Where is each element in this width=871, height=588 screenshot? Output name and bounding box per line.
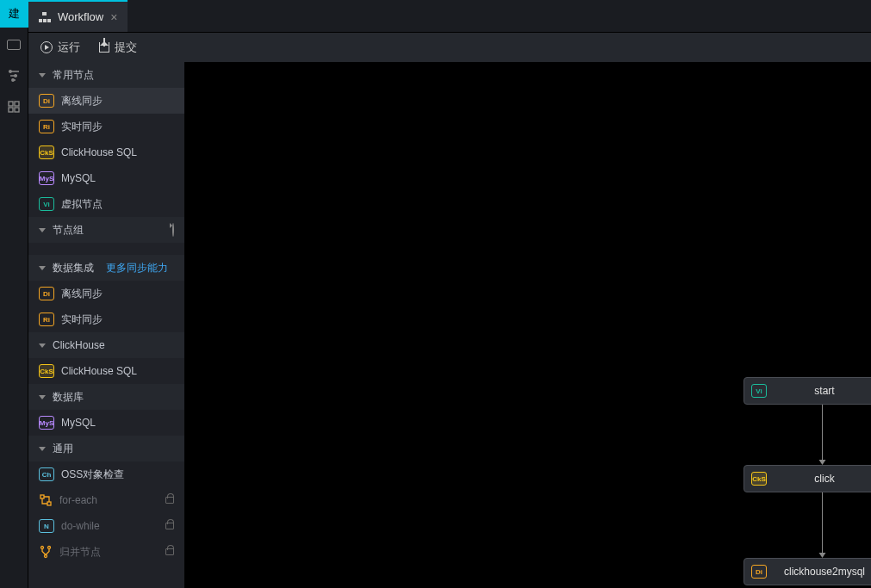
sidebar-item[interactable]: Vi虚拟节点: [28, 191, 184, 217]
svg-rect-4: [15, 102, 19, 106]
lock-icon: [165, 523, 174, 529]
node-badge-mys: MyS: [39, 416, 54, 430]
sidebar-item-label: 归并节点: [59, 545, 101, 560]
node-badge-vi: Vi: [39, 197, 54, 211]
tab-label: Workflow: [58, 10, 103, 23]
group-label: 常用节点: [53, 68, 94, 83]
submit-label: 提交: [115, 40, 137, 55]
flow-node-start[interactable]: Vistart: [743, 377, 871, 405]
sidebar-item[interactable]: 归并节点: [28, 539, 184, 565]
filter-icon[interactable]: [0, 62, 28, 90]
sidebar-item-label: MySQL: [61, 417, 96, 429]
sidebar-item-label: do-while: [61, 520, 100, 532]
group-header-common[interactable]: 常用节点: [28, 62, 184, 88]
left-strip: 建: [0, 0, 28, 588]
sidebar-item[interactable]: Di离线同步: [28, 88, 184, 114]
chevron-down-icon: [39, 344, 46, 348]
node-badge-ri: Ri: [39, 313, 54, 326]
node-badge-di: Di: [39, 94, 54, 108]
toolbar: 运行 提交: [28, 33, 871, 62]
node-sidebar: 常用节点Di离线同步Ri实时同步CkSClickHouse SQLMySMySQ…: [28, 62, 184, 588]
node-badge-cks: CkS: [39, 364, 54, 378]
sidebar-item[interactable]: CkSClickHouse SQL: [28, 358, 184, 384]
sidebar-item-label: MySQL: [61, 172, 96, 184]
flow-node-label: click: [756, 473, 871, 485]
chevron-down-icon: [39, 228, 46, 232]
refresh-icon[interactable]: [172, 224, 174, 236]
play-icon: [40, 41, 53, 53]
flow-node-label: clickhouse2mysql: [756, 566, 871, 578]
node-badge-ch: Ch: [39, 467, 54, 481]
group-label: 节点组: [53, 223, 84, 238]
group-label: 通用: [53, 442, 73, 456]
list-icon[interactable]: [0, 31, 28, 59]
sidebar-item-label: for-each: [59, 494, 97, 506]
node-badge-cks: CkS: [39, 145, 54, 159]
sidebar-item-label: 离线同步: [61, 94, 103, 108]
node-badge-di: Di: [39, 287, 54, 300]
svg-point-10: [48, 547, 51, 549]
chevron-down-icon: [39, 73, 46, 77]
group-label: 数据库: [53, 390, 84, 405]
grid-icon[interactable]: [0, 93, 28, 121]
svg-rect-3: [9, 102, 13, 106]
node-badge-n: N: [39, 519, 54, 533]
upload-icon: [99, 42, 109, 53]
sidebar-item[interactable]: Di离线同步: [28, 281, 184, 306]
edge-arrow-icon: [819, 553, 826, 558]
flow-node-click[interactable]: CkSclick: [743, 465, 871, 492]
node-badge-ri: Ri: [39, 120, 54, 133]
group-header-database[interactable]: 数据库: [28, 384, 184, 410]
sidebar-item[interactable]: Ri实时同步: [28, 114, 184, 139]
sidebar-item-label: ClickHouse SQL: [61, 365, 137, 377]
svg-rect-8: [47, 502, 51, 505]
node-badge-mys: MyS: [39, 171, 54, 185]
lock-icon: [165, 497, 174, 504]
sidebar-item-label: 离线同步: [61, 287, 103, 301]
group-header-dataint[interactable]: 数据集成更多同步能力: [28, 255, 184, 281]
lock-icon: [165, 548, 174, 555]
submit-button[interactable]: 提交: [99, 40, 137, 55]
sidebar-item[interactable]: CkSClickHouse SQL: [28, 139, 184, 165]
sidebar-item[interactable]: Ri实时同步: [28, 306, 184, 332]
chevron-down-icon: [39, 266, 46, 270]
sidebar-item[interactable]: MySMySQL: [28, 410, 184, 436]
flow-node-label: start: [756, 385, 871, 397]
merge-icon: [39, 545, 53, 559]
tab-workflow[interactable]: Workflow ×: [28, 0, 128, 32]
edge-line: [822, 492, 823, 554]
group-label: ClickHouse: [53, 339, 105, 351]
group-label: 数据集成: [53, 261, 94, 275]
group-header-general[interactable]: 通用: [28, 436, 184, 461]
foreach-icon: [39, 493, 53, 507]
edge-arrow-icon: [819, 460, 826, 465]
tab-bar: Workflow ×: [28, 0, 871, 33]
sidebar-item-label: ClickHouse SQL: [61, 146, 137, 158]
sidebar-item-label: 虚拟节点: [61, 197, 103, 212]
sidebar-item[interactable]: MySMySQL: [28, 165, 184, 191]
edge-line: [822, 405, 823, 461]
sidebar-item[interactable]: Ndo-while: [28, 513, 184, 539]
workflow-canvas[interactable]: VistartCkSclickDiclickhouse2mysql: [184, 62, 871, 588]
svg-rect-6: [15, 108, 19, 112]
svg-rect-7: [40, 495, 44, 498]
sidebar-item[interactable]: for-each: [28, 487, 184, 513]
group-link[interactable]: 更多同步能力: [106, 261, 168, 275]
sitemap-icon: [39, 12, 51, 22]
sidebar-item-label: 实时同步: [61, 313, 103, 327]
run-label: 运行: [58, 40, 80, 55]
svg-rect-5: [9, 108, 13, 112]
sidebar-item-label: 实时同步: [61, 120, 103, 134]
sidebar-item[interactable]: ChOSS对象检查: [28, 461, 184, 487]
close-icon[interactable]: ×: [110, 10, 117, 24]
run-button[interactable]: 运行: [40, 40, 80, 55]
chevron-down-icon: [39, 447, 46, 451]
svg-point-9: [41, 547, 44, 549]
sidebar-item-label: OSS对象检查: [61, 467, 124, 482]
group-header-clickhouse[interactable]: ClickHouse: [28, 332, 184, 358]
chevron-down-icon: [39, 395, 46, 399]
svg-point-11: [45, 555, 47, 558]
group-header-nodegroup[interactable]: 节点组: [28, 217, 184, 243]
flow-node-clickhouse2mysql[interactable]: Diclickhouse2mysql: [743, 558, 871, 585]
create-button[interactable]: 建: [0, 0, 28, 28]
